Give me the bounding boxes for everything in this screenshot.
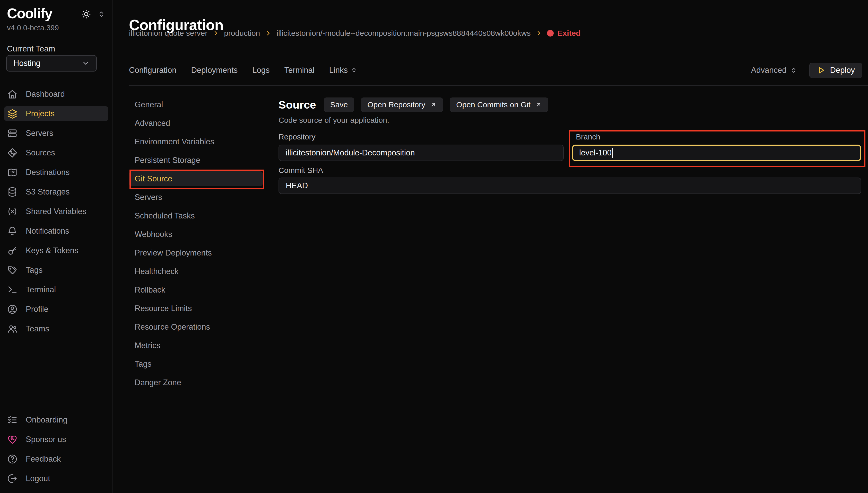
git-source-icon [7,148,18,158]
repository-input[interactable]: illicitestonion/Module-Decomposition [278,145,564,161]
current-team-label: Current Team [7,44,55,53]
subnav-item-persistent-storage[interactable]: Persistent Storage [129,153,263,168]
open-repository-button[interactable]: Open Repository [361,98,443,112]
team-select-value: Hosting [14,59,40,68]
sidebar-item-servers[interactable]: Servers [4,126,108,141]
sidebar-item-terminal[interactable]: Terminal [4,282,108,297]
status-badge: Exited [547,29,580,38]
chevrons-up-down-icon [351,67,357,73]
subnav-item-environment-variables[interactable]: Environment Variables [129,134,263,149]
subnav-item-resource-limits[interactable]: Resource Limits [129,301,263,316]
arrow-up-right-icon [430,101,437,108]
header-actions: Advanced Deploy [751,63,862,78]
tags-icon [7,265,18,275]
tab-logs[interactable]: Logs [252,66,270,75]
sidebar-item-sponsor[interactable]: Sponsor us [4,432,108,447]
heart-handshake-icon [7,434,18,445]
subnav-item-metrics[interactable]: Metrics [129,338,263,353]
sidebar-item-sources[interactable]: Sources [4,145,108,160]
status-text: Exited [557,29,580,38]
subnav-item-webhooks[interactable]: Webhooks [129,227,263,242]
sidebar-item-logout[interactable]: Logout [4,471,108,486]
chevron-right-icon [213,30,219,36]
breadcrumb-resource[interactable]: illicitestonion/-module--decomposition:m… [276,29,531,38]
bell-icon [7,226,18,236]
terminal-icon [7,284,18,295]
commit-sha-input[interactable]: HEAD [278,177,861,194]
app-logo[interactable]: Coolify [7,5,52,22]
source-heading-row: Source Save Open Repository Open Commits… [278,97,548,112]
save-button[interactable]: Save [324,98,354,112]
sidebar: Coolify v4.0.0-beta.399 Current Team Hos… [0,0,112,493]
tab-configuration[interactable]: Configuration [129,66,176,75]
subnav-item-rollback[interactable]: Rollback [129,282,263,297]
key-icon [7,245,18,256]
text-cursor [612,148,613,158]
subnav-item-preview-deployments[interactable]: Preview Deployments [129,245,263,260]
sidebar-item-dashboard[interactable]: Dashboard [4,87,108,101]
subnav-item-general[interactable]: General [129,97,263,112]
team-select[interactable]: Hosting [6,55,97,71]
coolify-app: Coolify v4.0.0-beta.399 Current Team Hos… [0,0,868,493]
variable-icon [7,206,18,217]
subnav-item-scheduled-tasks[interactable]: Scheduled Tasks [129,209,263,223]
list-checks-icon [7,415,18,425]
help-circle-icon [7,454,18,464]
settings-subnav: General Advanced Environment Variables P… [129,97,263,394]
sidebar-item-s3-storages[interactable]: S3 Storages [4,185,108,199]
breadcrumb-environment[interactable]: production [224,29,260,38]
sidebar-item-notifications[interactable]: Notifications [4,223,108,238]
branch-label: Branch [576,132,600,141]
branch-input[interactable]: level-100 [572,145,861,161]
theme-select[interactable] [81,9,105,19]
sidebar-item-onboarding[interactable]: Onboarding [4,412,108,427]
server-icon [7,128,18,138]
tab-divider [129,85,868,86]
subnav-item-servers[interactable]: Servers [129,190,263,205]
subnav-item-resource-operations[interactable]: Resource Operations [129,320,263,334]
app-version: v4.0.0-beta.399 [7,24,59,32]
sidebar-nav: Dashboard Projects Servers Sources Desti… [4,87,108,341]
sun-icon [81,9,91,19]
chevrons-up-down-icon [790,67,797,73]
database-icon [7,187,18,197]
subnav-item-tags[interactable]: Tags [129,357,263,371]
advanced-menu[interactable]: Advanced [751,66,797,75]
sidebar-item-destinations[interactable]: Destinations [4,165,108,179]
sidebar-item-teams[interactable]: Teams [4,321,108,336]
layers-icon [7,109,18,119]
logout-icon [7,473,18,484]
status-dot [547,30,554,37]
subnav-item-danger-zone[interactable]: Danger Zone [129,375,263,390]
source-description: Code source of your application. [278,116,389,125]
tab-bar: Configuration Deployments Logs Terminal … [129,63,357,78]
play-icon [817,66,826,74]
open-commits-button[interactable]: Open Commits on Git [450,98,548,112]
repository-label: Repository [278,132,315,141]
chevron-down-icon [82,60,90,67]
breadcrumb: illicitonion quote server production ill… [129,29,580,38]
chevrons-up-down-icon [98,10,105,18]
sidebar-item-shared-variables[interactable]: Shared Variables [4,204,108,219]
sidebar-item-feedback[interactable]: Feedback [4,452,108,466]
sidebar-item-keys-tokens[interactable]: Keys & Tokens [4,243,108,258]
sidebar-item-profile[interactable]: Profile [4,302,108,317]
sidebar-item-projects[interactable]: Projects [4,106,108,121]
tab-terminal[interactable]: Terminal [284,66,315,75]
sidebar-item-tags[interactable]: Tags [4,263,108,277]
sidebar-footer-nav: Onboarding Sponsor us Feedback Logout [4,412,108,491]
chevron-right-icon [265,30,271,36]
arrow-up-right-icon [535,101,542,108]
breadcrumb-project[interactable]: illicitonion quote server [129,29,208,38]
deploy-button[interactable]: Deploy [809,63,863,78]
subnav-item-healthcheck[interactable]: Healthcheck [129,264,263,279]
commit-sha-label: Commit SHA [278,166,323,175]
tab-deployments[interactable]: Deployments [191,66,238,75]
chevron-right-icon [536,30,542,36]
tab-links[interactable]: Links [329,66,357,75]
map-icon [7,167,18,177]
user-circle-icon [7,304,18,315]
subnav-item-git-source[interactable]: Git Source [129,171,263,186]
home-icon [7,89,18,99]
subnav-item-advanced[interactable]: Advanced [129,116,263,130]
